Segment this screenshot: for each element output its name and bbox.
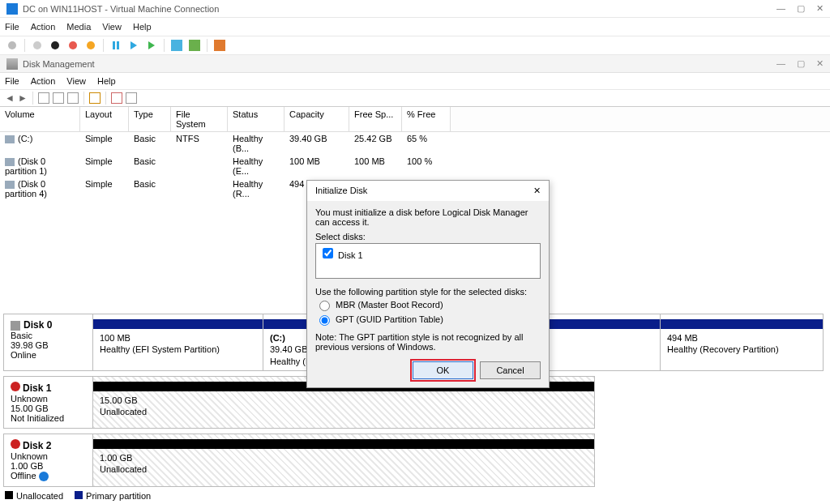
legend-swatch-unallocated [5,491,13,499]
vm-menu-file[interactable]: File [5,22,19,32]
dm-minimize-icon[interactable]: — [777,58,785,69]
ctrl-alt-del-icon[interactable] [5,38,19,53]
vm-menu: File Action Media View Help [0,18,830,36]
col-free[interactable]: Free Sp... [349,107,402,131]
reset-icon[interactable] [126,38,141,53]
disk-row-2[interactable]: Disk 2 Unknown1.00 GB Offline 1.00 GBUna… [3,434,595,487]
vm-title: DC on WIN11HOST - Virtual Machine Connec… [23,4,219,14]
partition-unallocated[interactable]: 1.00 GBUnallocated [93,434,594,486]
disk-warn-icon [11,382,20,391]
radio-mbr[interactable]: MBR (Master Boot Record) [315,298,541,311]
volume-icon [5,135,15,143]
disk-header: Disk 2 Unknown1.00 GB Offline [4,434,93,486]
vm-titlebar: DC on WIN11HOST - Virtual Machine Connec… [0,0,830,18]
legend-swatch-primary [75,491,83,499]
dialog-close-icon[interactable]: ✕ [533,186,541,196]
vm-menu-media[interactable]: Media [66,22,91,32]
share-icon[interactable] [212,38,227,53]
volume-row[interactable]: (Disk 0 partition 1) SimpleBasicHealthy … [0,155,830,177]
mbr-radio[interactable] [319,301,330,311]
vm-menu-view[interactable]: View [102,22,122,32]
volume-row[interactable]: (C:) SimpleBasicNTFSHealthy (B...39.40 G… [0,132,830,155]
vm-menu-help[interactable]: Help [133,22,152,32]
disk-header: Disk 0 Basic39.98 GBOnline [4,314,93,370]
shutdown-icon[interactable] [66,38,80,53]
dm-titlebar: Disk Management — ▢ ✕ [0,55,830,73]
disk-checkbox[interactable] [323,248,333,258]
col-pctfree[interactable]: % Free [402,107,451,131]
col-layout[interactable]: Layout [80,107,129,131]
hyperv-icon [6,3,18,15]
tb-icon5[interactable] [111,92,122,104]
dm-close-icon[interactable]: ✕ [816,58,824,69]
pause-icon[interactable] [109,38,123,53]
col-volume[interactable]: Volume [0,107,80,131]
save-icon[interactable] [83,38,98,53]
col-capacity[interactable]: Capacity [285,107,349,131]
back-icon[interactable]: ◄ [5,92,15,104]
start-icon[interactable] [30,38,45,53]
volume-icon [5,158,15,166]
dialog-title: Initialize Disk [315,186,367,196]
dm-menu: File Action View Help [0,73,830,89]
cancel-button[interactable]: Cancel [480,361,541,379]
disk-list[interactable]: Disk 1 [315,243,541,279]
turnoff-icon[interactable] [48,38,62,53]
forward-icon[interactable]: ► [18,92,28,104]
initialize-disk-dialog: Initialize Disk ✕ You must initialize a … [306,180,550,388]
tb-icon6[interactable] [126,92,137,104]
maximize-icon[interactable]: ▢ [797,3,805,14]
vm-toolbar [0,36,830,55]
volume-header: Volume Layout Type File System Status Ca… [0,107,830,132]
revert-icon[interactable] [169,38,184,53]
vm-menu-action[interactable]: Action [31,22,56,32]
partition-style-label: Use the following partition style for th… [315,287,541,297]
tb-icon4[interactable] [89,92,101,104]
dm-maximize-icon[interactable]: ▢ [797,58,805,69]
col-fs[interactable]: File System [171,107,228,131]
gpt-radio[interactable] [319,315,330,326]
dm-title: Disk Management [23,59,95,69]
col-type[interactable]: Type [129,107,171,131]
disk-header: Disk 1 Unknown15.00 GBNot Initialized [4,377,93,428]
checkpoint-icon[interactable] [144,38,159,53]
dm-menu-file[interactable]: File [5,76,19,86]
radio-gpt[interactable]: GPT (GUID Partition Table) [315,313,541,326]
dialog-titlebar: Initialize Disk ✕ [307,181,549,201]
disk-icon [11,321,20,331]
tb-icon3[interactable] [67,92,79,104]
tb-icon2[interactable] [53,92,64,104]
ok-button[interactable]: OK [413,361,473,379]
select-disks-label: Select disks: [315,232,541,241]
dm-menu-action[interactable]: Action [31,76,56,86]
legend: Unallocated Primary partition [5,491,151,501]
close-icon[interactable]: ✕ [816,3,824,14]
partition[interactable]: 100 MBHealthy (EFI System Partition) [93,314,263,370]
enhanced-icon[interactable] [187,38,202,53]
diskmgmt-icon [6,58,18,70]
dm-toolbar: ◄ ► [0,89,830,107]
dm-menu-help[interactable]: Help [97,76,116,86]
disk-warn-icon [11,439,20,449]
dm-menu-view[interactable]: View [66,76,86,86]
dialog-note: Note: The GPT partition style is not rec… [315,332,541,352]
disk-checkbox-item[interactable]: Disk 1 [319,250,363,260]
partition[interactable]: 494 MBHealthy (Recovery Partition) [661,314,823,370]
col-status[interactable]: Status [228,107,285,131]
minimize-icon[interactable]: — [777,3,785,14]
info-icon[interactable] [39,472,49,481]
tb-icon1[interactable] [38,92,49,104]
volume-icon [5,181,15,189]
dialog-message: You must initialize a disk before Logica… [315,207,541,227]
